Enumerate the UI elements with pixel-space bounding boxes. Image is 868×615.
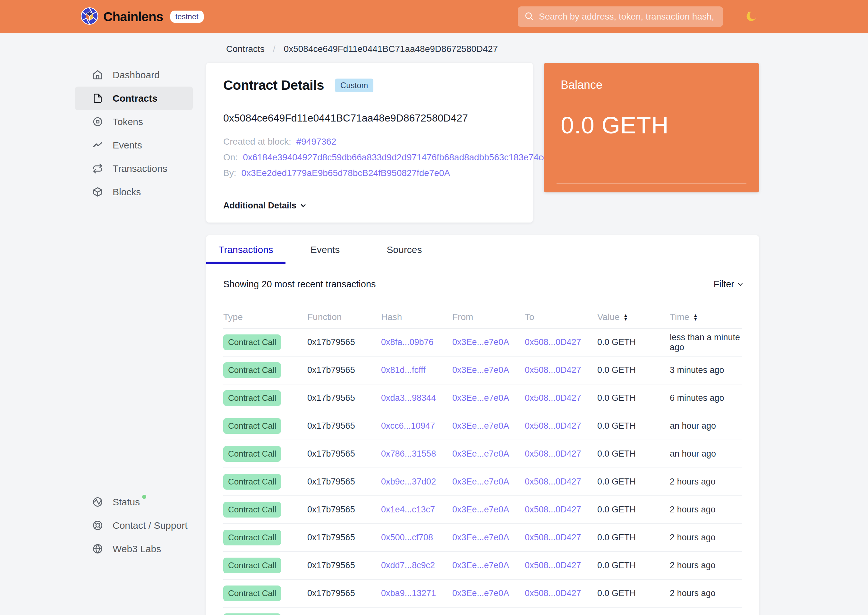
tab-sources[interactable]: Sources [365, 235, 444, 264]
tx-value: 0.0 GETH [597, 532, 670, 543]
column-header-value-sort[interactable]: Value ▲▼ [597, 312, 670, 322]
creator-address-link[interactable]: 0x3Ee2ded1779aE9b65d78bcB24fB950827fde7e… [241, 168, 450, 178]
tx-type-badge: Contract Call [223, 362, 281, 378]
tx-hash-link[interactable]: 0x1e4...c13c7 [381, 505, 435, 514]
sidebar-item-dashboard[interactable]: Dashboard [75, 63, 193, 87]
contract-details-title: Contract Details [223, 78, 324, 93]
tx-time: 2 hours ago [670, 477, 742, 487]
tx-from-link[interactable]: 0x3Ee...e7e0A [452, 393, 509, 403]
tx-hash-link[interactable]: 0xba9...13271 [381, 588, 436, 598]
additional-details-toggle[interactable]: Additional Details [223, 201, 516, 211]
column-header-time-sort[interactable]: Time ▲▼ [670, 312, 742, 322]
tx-from-link[interactable]: 0x3Ee...e7e0A [452, 505, 509, 514]
sidebar-item-contracts[interactable]: Contracts [75, 87, 193, 110]
tx-time: an hour ago [670, 421, 742, 431]
tx-value: 0.0 GETH [597, 477, 670, 487]
trend-line-icon [92, 140, 103, 150]
top-bar: Chainlens testnet [0, 0, 868, 33]
tx-function: 0x17b79565 [307, 449, 381, 459]
tx-to-link[interactable]: 0x508...0D427 [525, 449, 581, 459]
breadcrumb-contracts-link[interactable]: Contracts [226, 44, 264, 54]
home-icon [92, 70, 103, 80]
created-on-label: On: [223, 152, 238, 162]
tx-time: 2 hours ago [670, 588, 742, 598]
tx-type-badge: Contract Call [223, 530, 281, 545]
sidebar-item-contact-support[interactable]: Contact / Support [75, 514, 193, 537]
balance-label: Balance [561, 78, 742, 92]
sort-icon[interactable]: ▲▼ [624, 313, 628, 321]
globe-icon [92, 543, 103, 554]
testnet-badge: testnet [170, 11, 204, 23]
tx-to-link[interactable]: 0x508...0D427 [525, 560, 581, 570]
tx-hash-link[interactable]: 0xcc6...10947 [381, 421, 435, 431]
tx-hash-link[interactable]: 0x8fa...09b76 [381, 337, 434, 347]
filter-label: Filter [714, 279, 734, 290]
sidebar-item-label: Transactions [113, 163, 167, 174]
table-row: Contract Call 0x17b79565 0x500...cf708 0… [223, 524, 742, 552]
tx-from-link[interactable]: 0x3Ee...e7e0A [452, 365, 509, 375]
created-block-link[interactable]: #9497362 [296, 137, 336, 147]
tx-type-badge: Contract Call [223, 474, 281, 490]
tx-to-link[interactable]: 0x508...0D427 [525, 365, 581, 375]
repeat-arrows-icon [92, 163, 103, 174]
breadcrumb-current-address: 0x5084ce649Fd11e0441BC71aa48e9D8672580D4… [284, 44, 498, 54]
sidebar-item-events[interactable]: Events [75, 133, 193, 157]
tx-from-link[interactable]: 0x3Ee...e7e0A [452, 337, 509, 347]
tab-transactions[interactable]: Transactions [206, 235, 286, 264]
sidebar-item-web3-labs[interactable]: Web3 Labs [75, 537, 193, 560]
filter-button[interactable]: Filter [714, 279, 742, 290]
tx-from-link[interactable]: 0x3Ee...e7e0A [452, 421, 509, 431]
tx-hash-link[interactable]: 0xda3...98344 [381, 393, 436, 403]
column-header-from: From [452, 312, 525, 322]
tx-type-badge: Contract Call [223, 334, 281, 350]
tx-to-link[interactable]: 0x508...0D427 [525, 421, 581, 431]
tx-to-link[interactable]: 0x508...0D427 [525, 477, 581, 486]
tx-function: 0x17b79565 [307, 505, 381, 515]
tx-function: 0x17b79565 [307, 588, 381, 598]
table-row: Contract Call 0x17b79565 0x81d...fcfff 0… [223, 357, 742, 384]
table-row: Contract Call 0x17b79565 0xdd7...8c9c2 0… [223, 552, 742, 580]
transactions-table-body: Contract Call 0x17b79565 0x8fa...09b76 0… [223, 329, 742, 615]
tx-hash-link[interactable]: 0xb9e...37d02 [381, 477, 436, 486]
tx-type-badge: Contract Call [223, 418, 281, 434]
tab-events[interactable]: Events [286, 235, 365, 264]
search-input[interactable] [539, 11, 716, 22]
tab-bar: Transactions Events Sources [206, 235, 759, 264]
brand[interactable]: Chainlens testnet [81, 7, 204, 26]
tx-hash-link[interactable]: 0xdd7...8c9c2 [381, 560, 435, 570]
tx-from-link[interactable]: 0x3Ee...e7e0A [452, 560, 509, 570]
sidebar-item-blocks[interactable]: Blocks [75, 180, 193, 204]
table-row: Contract Call 0x17b79565 0xcc6...10947 0… [223, 412, 742, 440]
sidebar-item-label: Contact / Support [113, 520, 187, 531]
sidebar-item-tokens[interactable]: Tokens [75, 110, 193, 133]
dark-mode-toggle[interactable] [744, 9, 759, 24]
tx-to-link[interactable]: 0x508...0D427 [525, 505, 581, 514]
tx-value: 0.0 GETH [597, 449, 670, 459]
search-bar[interactable] [518, 6, 723, 27]
tx-function: 0x17b79565 [307, 477, 381, 487]
sidebar-item-transactions[interactable]: Transactions [75, 157, 193, 180]
column-header-hash: Hash [381, 312, 452, 322]
tx-hash-link[interactable]: 0x81d...fcfff [381, 365, 425, 375]
column-header-type: Type [223, 312, 307, 322]
sort-icon[interactable]: ▲▼ [693, 313, 698, 321]
tx-to-link[interactable]: 0x508...0D427 [525, 588, 581, 598]
tx-hash-link[interactable]: 0x500...cf708 [381, 532, 433, 542]
table-row: Contract Call 0x17b79565 0x1e4...c13c7 0… [223, 496, 742, 524]
table-row: Contract Call [223, 608, 742, 615]
tx-from-link[interactable]: 0x3Ee...e7e0A [452, 532, 509, 542]
tx-from-link[interactable]: 0x3Ee...e7e0A [452, 449, 509, 459]
tx-to-link[interactable]: 0x508...0D427 [525, 337, 581, 347]
transactions-summary: Showing 20 most recent transactions [223, 279, 376, 290]
tx-from-link[interactable]: 0x3Ee...e7e0A [452, 477, 509, 486]
tx-value: 0.0 GETH [597, 588, 670, 598]
column-header-to: To [525, 312, 597, 322]
tx-from-link[interactable]: 0x3Ee...e7e0A [452, 588, 509, 598]
status-pulse-icon [92, 497, 103, 507]
tx-to-link[interactable]: 0x508...0D427 [525, 393, 581, 403]
tx-hash-link[interactable]: 0x786...31558 [381, 449, 436, 459]
creation-tx-hash-link[interactable]: 0x6184e39404927d8c59db66a833d9d2d971476f… [243, 152, 568, 162]
tx-function: 0x17b79565 [307, 421, 381, 431]
sidebar-item-status[interactable]: Status [75, 490, 193, 514]
tx-to-link[interactable]: 0x508...0D427 [525, 532, 581, 542]
